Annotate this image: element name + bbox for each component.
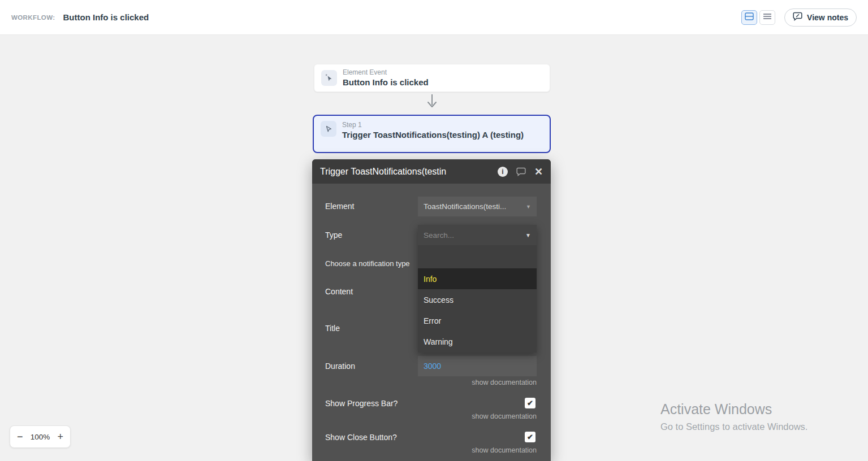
step-title: Trigger ToastNotifications(testing) A (t… (342, 129, 524, 141)
top-bar: WORKFLOW: Button Info is clicked (0, 0, 868, 35)
show-documentation-link[interactable]: show documentation (472, 379, 537, 386)
element-dropdown-value: ToastNotifications(testi... (424, 202, 522, 211)
step-card[interactable]: Step 1 Trigger ToastNotifications(testin… (313, 115, 551, 153)
element-event-icon (321, 70, 337, 86)
event-card[interactable]: Element Event Button Info is clicked (314, 64, 550, 92)
show-progress-bar-checkbox[interactable]: ✔ (525, 398, 536, 408)
option-warning[interactable]: Warning (418, 331, 537, 352)
type-search-input[interactable] (424, 231, 522, 240)
duration-label: Duration (325, 362, 355, 371)
check-icon: ✔ (527, 433, 533, 441)
show-documentation-link[interactable]: show documentation (472, 412, 537, 420)
popup-header[interactable]: Trigger ToastNotifications(testin i ✕ (312, 159, 551, 184)
zoom-out-button[interactable]: − (17, 432, 23, 442)
workflow-label: WORKFLOW: (11, 14, 55, 21)
popup-body: Element ToastNotifications(testi... ▼ Ty… (312, 184, 551, 461)
view-toggle-group (741, 10, 775, 25)
step-action-icon (321, 121, 336, 137)
action-property-editor: Trigger ToastNotifications(testin i ✕ El… (312, 159, 551, 461)
duration-input[interactable]: 3000 (418, 356, 537, 376)
zoom-in-button[interactable]: + (57, 432, 63, 442)
title-label: Title (325, 324, 340, 333)
comment-icon[interactable] (516, 167, 526, 176)
type-search-row[interactable]: ▼ (418, 225, 537, 245)
view-notes-button[interactable]: View notes (784, 8, 857, 27)
check-icon: ✔ (527, 399, 533, 407)
event-title: Button Info is clicked (343, 77, 429, 88)
workflow-title: Button Info is clicked (63, 12, 149, 22)
note-bubble-icon (793, 12, 802, 23)
step-kind-label: Step 1 (342, 121, 524, 129)
event-kind-label: Element Event (343, 68, 429, 77)
type-options-list: Info Success Error Warning (418, 268, 537, 352)
list-view-button[interactable] (759, 10, 775, 25)
show-documentation-link[interactable]: show documentation (472, 446, 537, 454)
popup-header-icons: i ✕ (498, 167, 543, 177)
content-label: Content (325, 287, 353, 296)
option-success[interactable]: Success (418, 289, 537, 310)
info-icon[interactable]: i (498, 167, 508, 177)
list-view-icon (763, 13, 771, 21)
activate-windows-watermark: Activate Windows Go to Settings to activ… (660, 401, 807, 432)
show-close-button-label: Show Close Button? (325, 433, 397, 442)
split-view-icon (745, 12, 754, 22)
top-bar-actions: View notes (741, 8, 857, 27)
view-notes-label: View notes (807, 13, 848, 22)
type-hint: Choose a notification type (325, 259, 410, 268)
show-close-button-checkbox[interactable]: ✔ (525, 432, 536, 442)
watermark-line1: Activate Windows (660, 401, 807, 417)
element-dropdown[interactable]: ToastNotifications(testi... ▼ (418, 197, 537, 216)
show-progress-bar-label: Show Progress Bar? (325, 399, 398, 408)
element-label: Element (325, 202, 354, 211)
type-dropdown-panel: ▼ Info Success Error Warning (418, 225, 537, 353)
workflow-breadcrumb: WORKFLOW: Button Info is clicked (11, 12, 149, 22)
duration-value: 3000 (424, 362, 531, 371)
option-info[interactable]: Info (418, 268, 537, 289)
watermark-line2: Go to Settings to activate Windows. (660, 421, 807, 432)
event-card-text: Element Event Button Info is clicked (343, 68, 429, 88)
caret-down-icon: ▼ (526, 204, 531, 210)
workflow-editor: WORKFLOW: Button Info is clicked (0, 0, 868, 461)
popup-title: Trigger ToastNotifications(testin (320, 167, 498, 177)
caret-down-icon: ▼ (525, 232, 531, 238)
step-card-text: Step 1 Trigger ToastNotifications(testin… (342, 121, 524, 141)
type-label: Type (325, 230, 342, 240)
zoom-level: 100% (31, 433, 50, 441)
flow-connector-arrow (425, 94, 439, 113)
zoom-control: − 100% + (10, 425, 71, 448)
option-error[interactable]: Error (418, 310, 537, 331)
close-icon[interactable]: ✕ (534, 167, 543, 177)
split-view-button[interactable] (741, 10, 757, 25)
